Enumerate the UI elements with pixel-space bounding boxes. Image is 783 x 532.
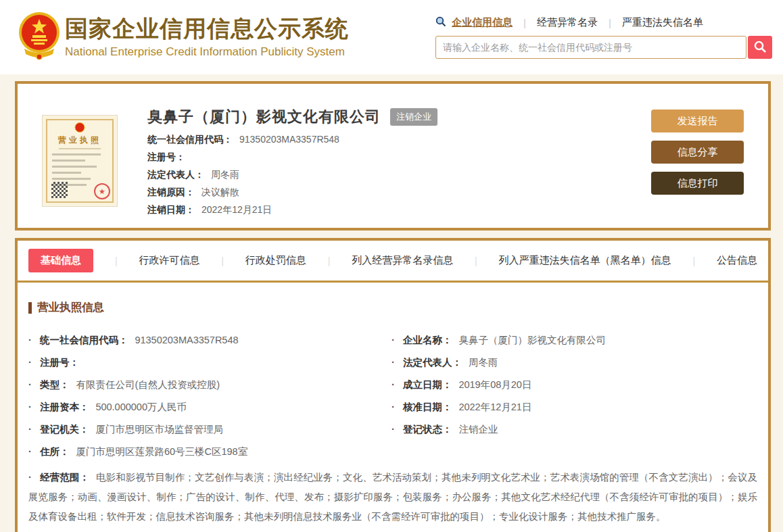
qr-code <box>51 182 68 198</box>
section-title-license-info: 营业执照信息 <box>28 300 757 315</box>
tab-separator: | <box>115 256 118 266</box>
field-address: 住所：厦门市思明区莲景路60号三楼C区198室 <box>28 440 378 462</box>
summary-field-cancel-date: 注销日期：2022年12月21日 <box>147 204 651 216</box>
tab-admin-penalty[interactable]: 行政处罚信息 <box>245 254 306 267</box>
tab-basic-info[interactable]: 基础信息 <box>28 249 93 272</box>
summary-field-legal-rep: 法定代表人：周冬雨 <box>147 169 651 180</box>
tab-separator: | <box>692 256 695 266</box>
national-emblem-logo <box>18 11 61 62</box>
tab-bar: 基础信息 | 行政许可信息 | 行政处罚信息 | 列入经营异常名录信息 | 列入… <box>18 241 768 283</box>
tab-separator: | <box>328 256 331 266</box>
detail-right-column: 企业名称：臭鼻子（厦门）影视文化有限公司 法定代表人：周冬雨 成立日期：2019… <box>392 329 757 462</box>
field-legal-rep: 法定代表人：周冬雨 <box>392 351 757 373</box>
nav-link-serious-violation[interactable]: 严重违法失信名单 <box>622 16 703 29</box>
search-button[interactable] <box>748 36 772 59</box>
field-approval-date: 核准日期：2022年12月21日 <box>392 395 757 418</box>
detail-card: 基础信息 | 行政许可信息 | 行政处罚信息 | 列入经营异常名录信息 | 列入… <box>15 238 771 532</box>
detail-left-column: 统一社会信用代码：91350203MA3357R548 注册号： 类型：有限责任… <box>28 329 378 462</box>
tab-separator: | <box>475 256 477 266</box>
license-emblem-icon <box>75 122 85 132</box>
send-report-button[interactable]: 发送报告 <box>651 110 744 132</box>
tab-blacklist[interactable]: 列入严重违法失信名单（黑名单）信息 <box>499 254 671 267</box>
nav-link-abnormal-operations[interactable]: 经营异常名录 <box>537 16 598 29</box>
site-subtitle: National Enterprise Credit Information P… <box>65 45 349 59</box>
field-reg-number: 注册号： <box>28 351 378 373</box>
tab-announcements[interactable]: 公告信息 <box>717 254 757 267</box>
search-icon <box>753 40 767 55</box>
nav-separator: | <box>609 17 611 28</box>
summary-field-credit-code: 统一社会信用代码：91350203MA3357R548 <box>147 134 651 145</box>
search-icon <box>435 16 446 29</box>
print-info-button[interactable]: 信息打印 <box>651 172 744 195</box>
field-credit-code: 统一社会信用代码：91350203MA3357R548 <box>28 329 378 351</box>
nav-separator: | <box>523 17 526 28</box>
field-company-name: 企业名称：臭鼻子（厦门）影视文化有限公司 <box>392 329 757 351</box>
license-subline <box>59 148 101 149</box>
section-marker <box>28 302 32 314</box>
field-registered-capital: 注册资本：500.000000万人民币 <box>28 395 378 418</box>
license-title: 营业执照 <box>43 135 117 146</box>
status-badge: 注销企业 <box>390 108 437 126</box>
field-registration-authority: 登记机关：厦门市思明区市场监督管理局 <box>28 418 378 440</box>
company-summary-card: 营业执照 ★ 臭鼻子（厦门）影视文化有限公司 注销企业 统一社会信用代码：913… <box>15 81 771 231</box>
business-license-thumbnail: 营业执照 ★ <box>42 115 118 207</box>
company-name: 臭鼻子（厦门）影视文化有限公司 <box>147 107 381 127</box>
field-business-scope: 经营范围：电影和影视节目制作；文艺创作与表演；演出经纪业务；文化、艺术活动策划；… <box>28 468 757 527</box>
tab-abnormal-list[interactable]: 列入经营异常名录信息 <box>352 254 453 267</box>
search-input[interactable] <box>435 36 746 59</box>
tab-admin-license[interactable]: 行政许可信息 <box>139 254 199 267</box>
summary-field-reg-number: 注册号： <box>147 151 651 163</box>
site-title: 国家企业信用信息公示系统 <box>65 15 349 42</box>
share-info-button[interactable]: 信息分享 <box>651 141 744 164</box>
tab-separator: | <box>221 256 224 266</box>
field-registration-status: 登记状态：注销企业 <box>392 418 757 440</box>
field-company-type: 类型：有限责任公司(自然人投资或控股) <box>28 373 378 395</box>
search-type-nav: 企业信用信息 | 经营异常名录 | 严重违法失信名单 <box>435 16 772 29</box>
red-seal-icon: ★ <box>94 183 110 199</box>
summary-field-cancel-reason: 注销原因：决议解散 <box>147 187 651 198</box>
field-establish-date: 成立日期：2019年08月20日 <box>392 373 757 395</box>
nav-link-enterprise-credit[interactable]: 企业信用信息 <box>452 16 513 29</box>
site-header: 国家企业信用信息公示系统 National Enterprise Credit … <box>0 0 783 74</box>
